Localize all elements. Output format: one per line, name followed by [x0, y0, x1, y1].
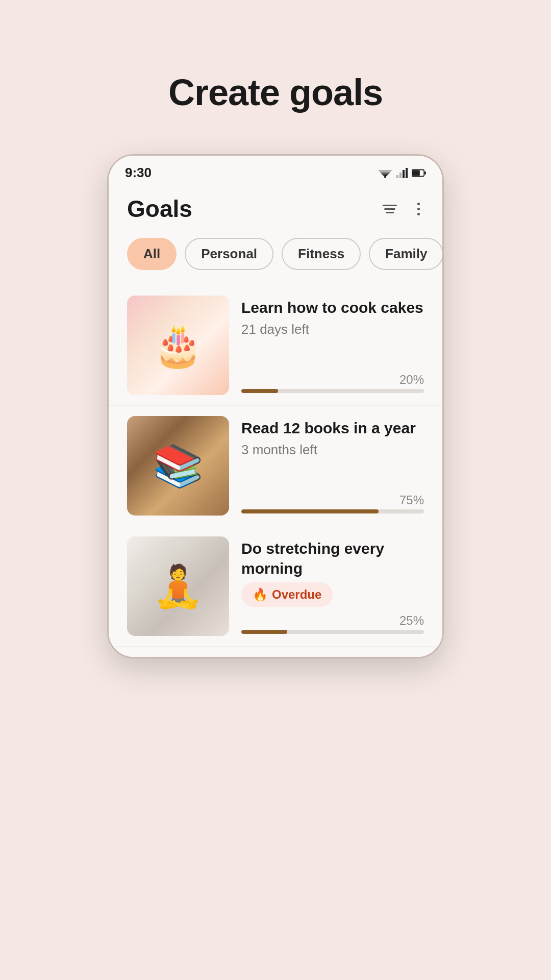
cake-image	[127, 296, 229, 395]
goal-card-2[interactable]: Read 12 books in a year 3 months left 75…	[109, 406, 442, 526]
goal-percent-2: 75%	[241, 493, 424, 507]
goal-card-3[interactable]: Do stretching every morning 🔥 Overdue 25…	[109, 526, 442, 647]
status-time: 9:30	[125, 165, 152, 181]
progress-bar-fill-1	[241, 389, 278, 393]
progress-bar-bg-2	[241, 509, 424, 513]
tab-all[interactable]: All	[127, 238, 177, 270]
books-image	[127, 416, 229, 516]
progress-bar-fill-2	[241, 509, 379, 513]
goal-info-1: Learn how to cook cakes 21 days left 20%	[241, 296, 424, 395]
goal-time-1: 21 days left	[241, 322, 424, 337]
progress-bar-bg-3	[241, 630, 424, 634]
svg-rect-4	[396, 175, 398, 178]
svg-rect-7	[406, 168, 408, 178]
app-title: Goals	[127, 195, 192, 223]
svg-point-3	[384, 176, 386, 178]
goal-info-2: Read 12 books in a year 3 months left 75…	[241, 416, 424, 516]
goals-list: Learn how to cook cakes 21 days left 20%…	[109, 280, 442, 657]
overdue-badge: 🔥 Overdue	[241, 582, 333, 607]
filter-button[interactable]	[379, 201, 401, 217]
status-icons	[378, 168, 426, 178]
tab-fitness[interactable]: Fitness	[282, 238, 361, 270]
goal-name-3: Do stretching every morning	[241, 538, 424, 578]
wifi-icon	[378, 168, 392, 178]
tab-personal[interactable]: Personal	[185, 238, 273, 270]
overdue-label: Overdue	[272, 587, 321, 602]
goal-image-3	[127, 536, 229, 636]
progress-bar-bg-1	[241, 389, 424, 393]
goal-name-2: Read 12 books in a year	[241, 418, 424, 438]
goal-time-2: 3 months left	[241, 442, 424, 458]
goal-image-1	[127, 296, 229, 395]
goal-name-1: Learn how to cook cakes	[241, 298, 424, 317]
goal-progress-3: 25%	[241, 614, 424, 634]
tab-family[interactable]: Family	[369, 238, 442, 270]
goal-percent-1: 20%	[241, 373, 424, 387]
goal-progress-1: 20%	[241, 373, 424, 393]
filter-tabs: All Personal Fitness Family	[109, 232, 442, 280]
phone-frame: 9:30 Goals	[107, 154, 444, 658]
fire-icon: 🔥	[253, 587, 268, 602]
goal-info-3: Do stretching every morning 🔥 Overdue 25…	[241, 536, 424, 636]
svg-rect-6	[403, 170, 405, 178]
signal-icon	[396, 168, 408, 178]
goal-progress-2: 75%	[241, 493, 424, 513]
svg-rect-5	[399, 173, 402, 178]
goal-image-2	[127, 416, 229, 516]
page-title: Create goals	[168, 71, 383, 113]
goal-percent-3: 25%	[241, 614, 424, 628]
goal-card-1[interactable]: Learn how to cook cakes 21 days left 20%	[109, 285, 442, 406]
progress-bar-fill-3	[241, 630, 287, 634]
stretch-image	[127, 536, 229, 636]
more-button[interactable]	[413, 199, 424, 219]
svg-rect-9	[412, 170, 420, 176]
app-header: Goals	[109, 186, 442, 232]
svg-rect-10	[424, 172, 426, 175]
header-actions	[379, 199, 424, 219]
battery-icon	[412, 168, 426, 178]
status-bar: 9:30	[109, 156, 442, 186]
